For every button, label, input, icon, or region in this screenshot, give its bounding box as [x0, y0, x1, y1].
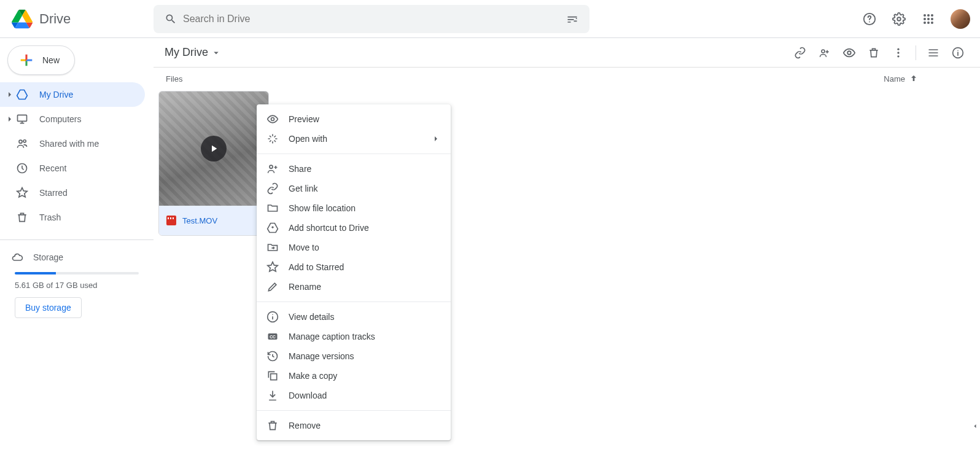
link-icon: [266, 182, 279, 195]
logo-area[interactable]: Drive: [10, 7, 154, 31]
drive-icon: [15, 87, 29, 102]
move-icon: [266, 241, 279, 254]
toolbar: My Drive: [154, 38, 980, 68]
sidebar-item-label: Recent: [39, 163, 66, 173]
search-icon[interactable]: [158, 7, 183, 31]
menu-preview[interactable]: Preview: [257, 109, 451, 129]
breadcrumb-label: My Drive: [165, 46, 208, 59]
sidebar-item-recent[interactable]: Recent: [0, 156, 145, 181]
svg-point-22: [957, 50, 959, 51]
menu-add-starred[interactable]: Add to Starred: [257, 257, 451, 277]
chevron-right-icon: [431, 134, 441, 144]
details-button[interactable]: [946, 41, 970, 65]
trash-icon: [266, 419, 279, 432]
drive-logo-icon: [10, 7, 34, 31]
trash-icon: [15, 210, 29, 225]
svg-point-24: [270, 165, 273, 168]
svg-rect-12: [18, 115, 27, 121]
file-thumbnail: [159, 91, 268, 206]
eye-icon: [266, 113, 279, 125]
menu-share[interactable]: Share: [257, 159, 451, 179]
svg-point-23: [271, 118, 274, 121]
buy-storage-button[interactable]: Buy storage: [15, 297, 82, 318]
file-card[interactable]: Test.MOV: [158, 91, 269, 236]
svg-point-13: [19, 140, 22, 143]
sidebar-item-trash[interactable]: Trash: [0, 205, 145, 230]
menu-make-copy[interactable]: Make a copy: [257, 366, 451, 386]
more-actions-button[interactable]: [886, 41, 911, 65]
menu-rename[interactable]: Rename: [257, 277, 451, 297]
menu-remove[interactable]: Remove: [257, 416, 451, 435]
share-button[interactable]: [812, 41, 837, 65]
svg-point-4: [927, 14, 930, 17]
new-button-label: New: [42, 55, 60, 65]
open-with-icon: [266, 133, 279, 145]
sidebar-item-shared[interactable]: Shared with me: [0, 131, 145, 156]
svg-point-2: [897, 17, 901, 21]
sidebar-item-label: Shared with me: [39, 139, 99, 149]
storage-label: Storage: [33, 252, 63, 262]
sidebar-item-label: Starred: [39, 188, 68, 198]
product-name: Drive: [39, 11, 71, 27]
svg-rect-29: [271, 374, 277, 380]
svg-point-8: [931, 18, 933, 20]
sidebar-item-computers[interactable]: Computers: [0, 107, 145, 131]
star-icon: [15, 185, 29, 200]
apps-icon[interactable]: [916, 7, 941, 31]
view-toggle-button[interactable]: [921, 41, 946, 65]
sort-control[interactable]: Name: [884, 74, 968, 84]
menu-move-to[interactable]: Move to: [257, 238, 451, 257]
side-panel-toggle[interactable]: [970, 414, 980, 438]
search-box[interactable]: [154, 5, 589, 33]
expand-icon[interactable]: [5, 91, 15, 98]
svg-point-11: [931, 21, 933, 24]
storage-text: 5.61 GB of 17 GB used: [15, 281, 139, 290]
get-link-button[interactable]: [788, 41, 812, 65]
settings-icon[interactable]: [887, 7, 911, 31]
video-file-icon: [166, 216, 176, 225]
preview-button[interactable]: [837, 41, 861, 65]
breadcrumb[interactable]: My Drive: [160, 44, 227, 61]
menu-manage-versions[interactable]: Manage versions: [257, 346, 451, 366]
pencil-icon: [266, 281, 279, 293]
menu-open-with[interactable]: Open with: [257, 129, 451, 149]
context-menu: Preview Open with Share Get link Show fi…: [257, 104, 451, 440]
svg-point-18: [897, 48, 899, 50]
play-icon: [201, 136, 227, 161]
menu-add-shortcut[interactable]: Add shortcut to Drive: [257, 218, 451, 238]
computers-icon: [15, 112, 29, 126]
sidebar-item-storage[interactable]: Storage: [11, 245, 139, 270]
download-icon: [266, 389, 279, 402]
expand-icon[interactable]: [5, 116, 15, 122]
menu-show-location[interactable]: Show file location: [257, 198, 451, 218]
header: Drive: [0, 0, 980, 38]
svg-point-17: [847, 51, 851, 55]
cc-icon: CC: [266, 330, 279, 343]
svg-point-19: [897, 52, 899, 53]
search-input[interactable]: [183, 14, 560, 25]
delete-button[interactable]: [861, 41, 886, 65]
account-avatar[interactable]: [951, 9, 970, 29]
sidebar-item-my-drive[interactable]: My Drive: [0, 82, 145, 107]
star-icon: [266, 261, 279, 273]
menu-view-details[interactable]: View details: [257, 307, 451, 327]
sidebar: New My Drive Computers Shared with me Re…: [0, 38, 154, 463]
shortcut-icon: [266, 222, 279, 234]
copy-icon: [266, 370, 279, 382]
storage-bar: [15, 272, 139, 274]
svg-point-3: [924, 14, 926, 17]
svg-point-6: [924, 18, 926, 20]
folder-icon: [266, 202, 279, 214]
chevron-down-icon: [211, 47, 222, 58]
help-icon[interactable]: [857, 7, 882, 31]
search-options-icon[interactable]: [560, 7, 585, 31]
menu-download[interactable]: Download: [257, 386, 451, 405]
person-add-icon: [266, 163, 279, 175]
menu-get-link[interactable]: Get link: [257, 179, 451, 198]
new-button[interactable]: New: [7, 45, 75, 75]
info-icon: [266, 311, 279, 323]
menu-manage-captions[interactable]: CCManage caption tracks: [257, 327, 451, 346]
svg-text:CC: CC: [270, 335, 276, 339]
svg-point-10: [927, 21, 930, 24]
sidebar-item-starred[interactable]: Starred: [0, 181, 145, 205]
